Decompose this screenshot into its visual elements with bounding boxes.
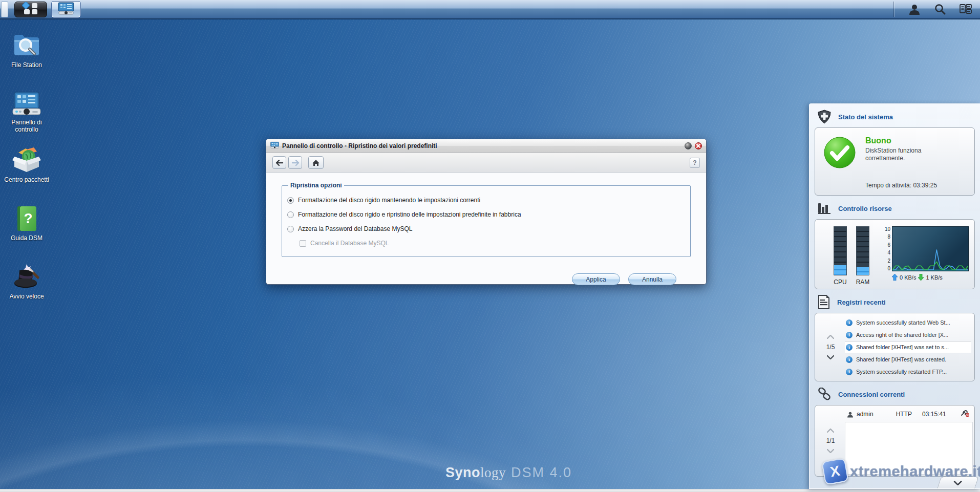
- radio-option-reset-mysql-password[interactable]: Azzera la Password del Database MySQL: [287, 222, 683, 236]
- brand-text-bold: Syno: [445, 465, 480, 480]
- log-row-selected[interactable]: i Shared folder [XHTest] was set to s...: [845, 341, 971, 353]
- desktop-icon-quick-start[interactable]: Avvio veloce: [3, 262, 50, 300]
- desktop-icon-dsm-help[interactable]: ? Guida DSM: [3, 206, 50, 242]
- page-up-icon[interactable]: [827, 429, 834, 433]
- radio-label: Formattazione del disco rigido e riprist…: [298, 211, 521, 218]
- radio-option-format-factory-defaults[interactable]: Formattazione del disco rigido e riprist…: [287, 207, 683, 222]
- desktop-icon-control-panel[interactable]: Pannello di controllo: [3, 91, 50, 133]
- page-down-icon[interactable]: [827, 449, 834, 453]
- desktop-icon-package-center[interactable]: Centro pacchetti: [3, 145, 50, 183]
- y-tick: 0: [887, 266, 890, 271]
- network-graph: 10 8 6 4 2 0 0 KB/s: [881, 226, 969, 286]
- checkbox[interactable]: [300, 240, 306, 247]
- widget-title: Connessioni correnti: [838, 391, 905, 398]
- close-button[interactable]: [695, 142, 702, 149]
- fieldset-legend: Ripristina opzioni: [288, 182, 344, 189]
- restore-options-fieldset: Ripristina opzioni Formattazione del dis…: [282, 182, 691, 257]
- info-icon: i: [846, 344, 853, 351]
- cancel-button[interactable]: Annulla: [628, 273, 676, 285]
- back-arrow-icon: [275, 160, 284, 166]
- radio-button[interactable]: [287, 211, 294, 218]
- ram-meter-fill: [857, 267, 869, 275]
- status-ok-icon: [823, 136, 856, 169]
- radio-option-format-keep-settings[interactable]: Formattazione del disco rigido mantenend…: [287, 193, 683, 207]
- taskbar-item-control-panel[interactable]: [52, 2, 80, 17]
- radio-label: Formattazione del disco rigido mantenend…: [298, 197, 480, 204]
- brand-text-serif: logy: [480, 465, 506, 480]
- link-icon: [818, 388, 831, 401]
- help-button[interactable]: ?: [690, 158, 700, 168]
- connection-protocol: HTTP: [896, 411, 912, 418]
- search-button[interactable]: [933, 2, 947, 17]
- apply-button[interactable]: Applica: [572, 273, 620, 285]
- log-text: Shared folder [XHTest] was created.: [856, 356, 946, 362]
- user-menu-button[interactable]: [907, 2, 922, 17]
- home-button[interactable]: [308, 156, 324, 169]
- show-desktop-button[interactable]: [1, 2, 8, 17]
- close-icon: [696, 144, 700, 148]
- minimize-button[interactable]: [685, 142, 692, 149]
- log-text: Shared folder [XHTest] was set to s...: [856, 344, 949, 350]
- radio-label: Azzera la Password del Database MySQL: [298, 225, 412, 232]
- checkbox-clear-mysql-database[interactable]: Cancella il Database MySQL: [300, 236, 683, 250]
- connection-time: 03:15:41: [922, 411, 946, 418]
- document-icon: [818, 295, 830, 309]
- status-uptime: Tempo di attività: 03:39:25: [865, 182, 967, 189]
- disconnect-icon: [961, 410, 969, 417]
- ram-meter: RAM: [854, 226, 871, 286]
- log-text: System successfully restarted FTP...: [856, 369, 947, 375]
- log-row[interactable]: i Access right of the shared folder [X..…: [845, 329, 971, 341]
- page-down-icon[interactable]: [827, 355, 834, 359]
- cpu-meter: CPU: [832, 226, 849, 286]
- recent-logs-header: Registri recenti: [809, 289, 980, 313]
- connection-row[interactable]: admin HTTP 03:15:41: [845, 407, 973, 422]
- log-text: System successfully started Web St...: [856, 319, 950, 326]
- taskbar-separator: [893, 2, 894, 17]
- dsm-version: DSM 4.0: [511, 465, 572, 480]
- search-icon: [934, 4, 946, 15]
- page-up-icon[interactable]: [827, 335, 834, 339]
- radio-button[interactable]: [287, 197, 294, 204]
- disconnect-button[interactable]: [961, 410, 969, 418]
- desktop-icon-label: Avvio veloce: [3, 293, 50, 300]
- back-button[interactable]: [272, 156, 286, 169]
- dialog-titlebar[interactable]: Pannello di controllo - Ripristino dei v…: [266, 139, 706, 153]
- info-icon: i: [846, 332, 853, 338]
- dialog-toolbar: ?: [266, 153, 706, 173]
- y-tick: 6: [887, 242, 890, 248]
- widget-panel: Stato del sistema Buono DiskStation funz…: [809, 103, 980, 489]
- log-row[interactable]: i Shared folder [XHTest] was created.: [845, 353, 971, 366]
- package-center-icon: [3, 145, 50, 173]
- cpu-meter-fill: [834, 265, 846, 275]
- info-icon: i: [846, 319, 853, 326]
- upload-arrow-icon: [892, 274, 898, 281]
- download-value: 1 KB/s: [926, 274, 942, 281]
- taskbar: [0, 0, 980, 19]
- xtremehardware-site: xtremehardware.it: [850, 463, 980, 480]
- control-panel-icon: [58, 2, 74, 17]
- widget-title: Registri recenti: [837, 298, 886, 306]
- pilot-view-button[interactable]: [958, 2, 973, 17]
- forward-arrow-icon: [291, 160, 300, 166]
- y-tick: 4: [887, 250, 890, 255]
- info-icon: i: [846, 369, 853, 375]
- main-menu-button[interactable]: [14, 2, 47, 17]
- desktop-icon-file-station[interactable]: File Station: [3, 32, 50, 69]
- widget-title: Stato del sistema: [838, 113, 893, 121]
- log-row[interactable]: i System successfully started Web St...: [845, 316, 971, 329]
- dialog-body: Ripristina opzioni Formattazione del dis…: [266, 182, 706, 294]
- log-row[interactable]: i System successfully restarted FTP...: [845, 366, 971, 378]
- recent-logs-card: 1/5 i System successfully started Web St…: [815, 313, 975, 381]
- logs-page-indicator: 1/5: [826, 344, 835, 351]
- dialog-footer: Applica Annulla: [572, 273, 676, 285]
- current-connections-header: Connessioni correnti: [809, 381, 980, 405]
- radio-button[interactable]: [287, 226, 294, 232]
- resource-monitor-card: CPU RAM 10 8 6 4 2 0: [815, 219, 975, 289]
- user-icon: [847, 411, 854, 418]
- forward-button[interactable]: [288, 156, 302, 169]
- system-status-header: Stato del sistema: [809, 104, 980, 127]
- desktop-icon-label: File Station: [3, 61, 50, 69]
- shield-health-icon: [818, 110, 831, 124]
- y-tick: 10: [885, 226, 890, 232]
- cpu-label: CPU: [834, 279, 846, 286]
